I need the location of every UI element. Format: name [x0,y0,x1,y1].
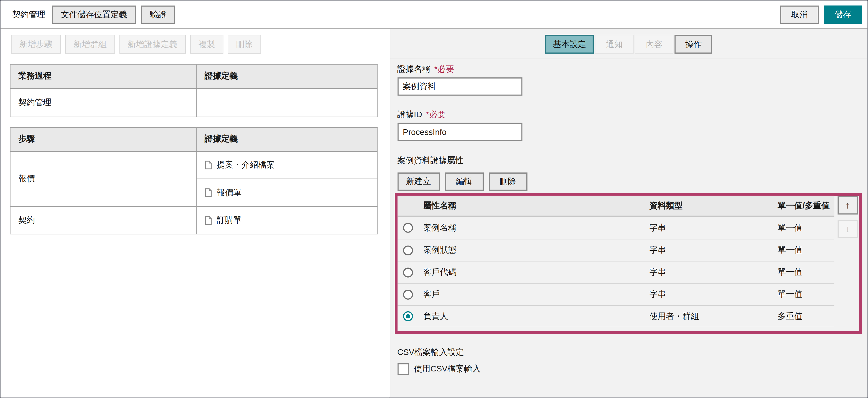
process-name-cell[interactable]: 契約管理 [10,88,197,117]
step-row: 報價 提案・介紹檔案 [10,151,377,179]
selected-evidence-label: 案例資料 [217,97,250,108]
attribute-row[interactable]: 案例名稱 字串 單一值 [397,217,834,239]
attribute-row-selected[interactable]: 負責人 使用者・群組 多重值 [397,305,834,327]
evidence-cell[interactable]: 訂購單 [196,207,377,234]
tabstrip: 基本設定 通知 內容 操作 [390,29,868,59]
evidence-label: 提案・介紹檔案 [217,160,275,170]
validate-button[interactable]: 驗證 [141,5,175,24]
radio-button[interactable] [403,223,413,233]
evidence-id-label-row: 證據ID *必要 [397,109,868,120]
business-process-header-row: 業務過程 證據定義 [10,64,377,88]
add-step-button: 新增步驟 [11,35,61,54]
business-process-table: 業務過程 證據定義 契約管理 案例資料 [10,64,378,117]
step-name-cell[interactable]: 契約 [10,207,197,234]
steps-table: 步驟 證據定義 報價 提案・介紹檔案 [10,127,378,235]
delete-attribute-button[interactable]: 刪除 [488,173,527,191]
radio-button[interactable] [403,289,413,300]
attr-name: 客戶代碼 [423,267,649,278]
tab-basic-settings[interactable]: 基本設定 [545,35,594,54]
attribute-buttons: 新建立 編輯 刪除 [397,173,868,191]
up-arrow-icon: ↑ [845,200,850,211]
step-col-header: 步驟 [10,127,197,151]
left-toolbar: 新增步驟 新增群組 新增證據定義 複製 刪除 [11,35,261,54]
evidence-name-input[interactable] [397,78,522,95]
topbar: 契約管理 文件儲存位置定義 驗證 取消 儲存 [0,0,867,29]
attr-type: 字串 [649,289,778,300]
delete-button: 刪除 [228,35,261,54]
evidence-id-input[interactable] [397,123,522,141]
csv-section-label: CSV檔案輸入設定 [397,347,868,358]
save-button[interactable]: 儲存 [824,5,862,24]
down-arrow-icon: ↓ [845,224,850,235]
attributes-highlight-box: 屬性名稱 資料類型 單一值/多重值 案例名稱 字串 單一值 案例狀態 字串 [395,193,862,334]
csv-checkbox-label: 使用CSV檔案輸入 [414,364,481,374]
app-window: 契約管理 文件儲存位置定義 驗證 取消 儲存 新增步驟 新增群組 新增證據定義 … [0,0,868,398]
move-down-button: ↓ [837,220,858,238]
step-name-cell[interactable]: 報價 [10,151,197,207]
attr-multiplicity: 多重值 [778,311,834,322]
attr-multiplicity-col-header: 單一值/多重值 [778,201,830,211]
required-badge: *必要 [426,109,446,120]
attr-type: 字串 [649,245,778,255]
copy-button: 複製 [190,35,223,54]
evidence-label: 報價單 [217,187,242,198]
evidence-definition-col-header: 證據定義 [196,64,377,88]
document-icon [205,160,212,170]
edit-attribute-button[interactable]: 編輯 [445,173,484,191]
radio-button-selected[interactable] [403,311,413,322]
move-up-button[interactable]: ↑ [837,196,858,214]
attribute-row[interactable]: 案例狀態 字串 單一值 [397,239,834,261]
evidence-id-label: 證據ID [397,109,422,120]
document-icon [205,216,212,225]
tab-notification: 通知 [595,35,634,54]
attribute-row[interactable]: 客戶代碼 字串 單一值 [397,261,834,283]
attr-type: 使用者・群組 [649,311,778,322]
business-process-col-header: 業務過程 [10,64,197,88]
attr-multiplicity: 單一值 [778,222,834,233]
attribute-row[interactable]: 客戶 字串 單一值 [397,283,834,305]
attr-type: 字串 [649,222,778,233]
cancel-button[interactable]: 取消 [780,5,819,24]
tab-content: 內容 [635,35,674,54]
new-attribute-button[interactable]: 新建立 [397,173,440,191]
attr-multiplicity: 單一值 [778,289,834,300]
evidence-definition-col-header: 證據定義 [196,127,377,151]
attr-type: 字串 [649,267,778,278]
radio-button[interactable] [403,267,413,277]
csv-checkbox-row: 使用CSV檔案輸入 [397,363,868,375]
steps-header-row: 步驟 證據定義 [10,127,377,151]
left-panel: 新增步驟 新增群組 新增證據定義 複製 刪除 業務過程 證據定義 契約管理 [0,29,389,398]
business-process-row: 契約管理 案例資料 [10,88,377,117]
attr-name: 案例名稱 [423,222,649,233]
step-row: 契約 訂購單 [10,207,377,234]
reorder-buttons: ↑ ↓ [837,196,858,238]
right-panel: 基本設定 通知 內容 操作 證據名稱 *必要 證據ID *必要 案例資料證據屬性… [390,29,868,398]
evidence-cell-selected[interactable]: 案例資料 [196,88,377,117]
attr-name: 客戶 [423,289,649,300]
doc-location-define-button[interactable]: 文件儲存位置定義 [52,5,136,24]
evidence-cell[interactable]: 報價單 [196,179,377,207]
evidence-label: 訂購單 [217,215,242,225]
required-badge: *必要 [434,64,454,74]
evidence-name-label-row: 證據名稱 *必要 [397,64,868,74]
attr-name: 案例狀態 [423,245,649,255]
tab-operation[interactable]: 操作 [675,35,712,54]
attributes-table-header: 屬性名稱 資料類型 單一值/多重值 [397,196,834,217]
attr-type-col-header: 資料類型 [649,201,778,211]
list-box-icon [205,98,213,108]
attr-name-col-header: 屬性名稱 [423,201,649,211]
document-icon [205,188,212,197]
evidence-cell[interactable]: 提案・介紹檔案 [196,151,377,179]
add-group-button: 新增群組 [65,35,115,54]
attributes-table: 屬性名稱 資料類型 單一值/多重值 案例名稱 字串 單一值 案例狀態 字串 [397,196,834,327]
attr-name: 負責人 [423,311,649,322]
attr-multiplicity: 單一值 [778,245,834,255]
radio-button[interactable] [403,245,413,255]
csv-checkbox[interactable] [397,363,409,375]
basic-settings-form: 證據名稱 *必要 證據ID *必要 案例資料證據屬性 新建立 編輯 刪除 屬性名… [390,64,868,375]
add-evidence-definition-button: 新增證據定義 [119,35,186,54]
page-title: 契約管理 [12,9,45,20]
evidence-name-label: 證據名稱 [397,64,430,74]
attr-multiplicity: 單一值 [778,267,834,278]
attributes-section-label: 案例資料證據屬性 [397,155,868,166]
